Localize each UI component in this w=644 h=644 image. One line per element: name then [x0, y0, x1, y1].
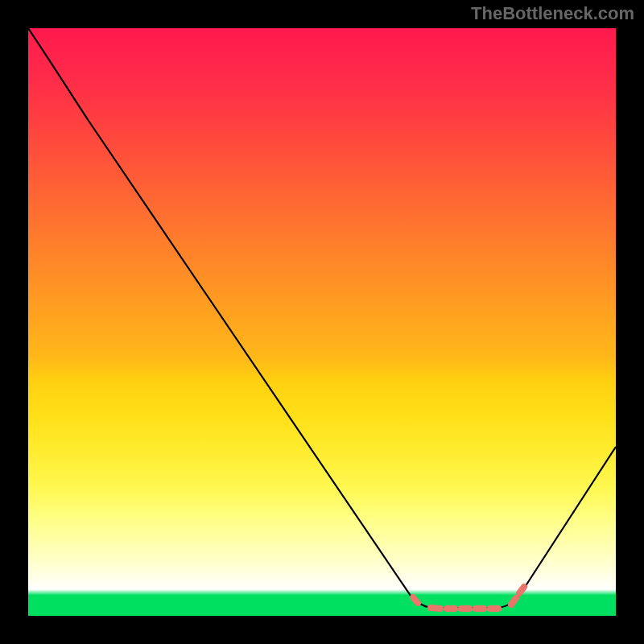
- svg-line-0: [413, 597, 418, 603]
- svg-line-7: [519, 587, 524, 593]
- svg-line-1: [431, 608, 440, 609]
- svg-line-6: [511, 598, 516, 605]
- bottleneck-curve-path: [28, 28, 616, 608]
- bottleneck-curve-svg: [28, 28, 616, 616]
- plot-area: [28, 28, 616, 616]
- attribution-text: TheBottleneck.com: [471, 3, 634, 24]
